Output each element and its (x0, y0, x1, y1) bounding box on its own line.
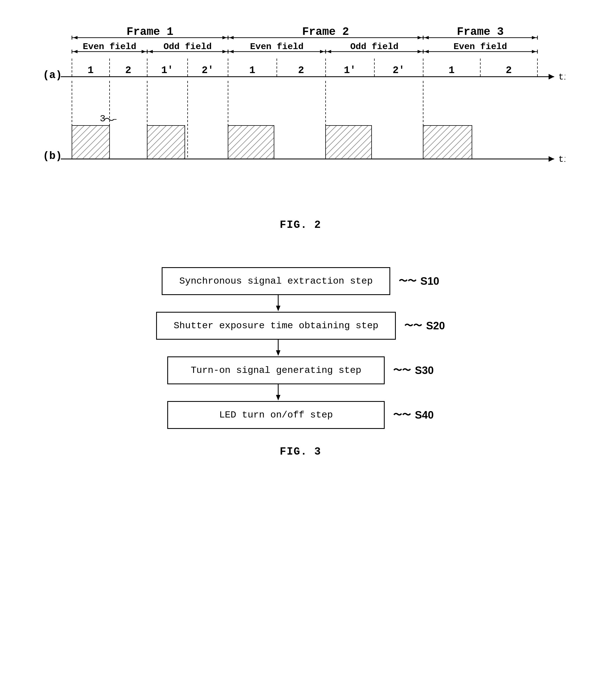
squiggle-s40: 〜〜 (393, 409, 411, 421)
flow-row-s20: Shutter exposure time obtaining step 〜〜 … (156, 312, 445, 340)
flow-row-s30: Turn-on signal generating step 〜〜 S30 (167, 356, 434, 384)
flowchart: Synchronous signal extraction step 〜〜 S1… (156, 267, 445, 429)
svg-marker-8 (229, 36, 234, 39)
svg-marker-23 (149, 50, 153, 53)
frame1-label: Frame 1 (127, 26, 174, 38)
svg-marker-29 (320, 50, 324, 53)
flow-row-s40: LED turn on/off step 〜〜 S40 (167, 401, 434, 429)
svg-marker-13 (424, 36, 429, 39)
frame3-label: Frame 3 (457, 26, 504, 38)
slot1-3: 1 (448, 65, 455, 76)
step-s20-box: Shutter exposure time obtaining step (156, 312, 396, 340)
svg-rect-59 (325, 125, 372, 159)
step-s10-label: 〜〜 S10 (399, 275, 439, 287)
frame2-label: Frame 2 (302, 26, 349, 38)
fig3-container: Synchronous signal extraction step 〜〜 S1… (105, 256, 496, 458)
svg-marker-33 (327, 50, 331, 53)
squiggle-s30: 〜〜 (393, 364, 411, 376)
evenfield1-label: Even field (83, 42, 136, 52)
oddfield2-label: Odd field (350, 42, 399, 52)
slot1prime-2: 1' (344, 65, 356, 76)
step-s40-box: LED turn on/off step (167, 401, 385, 429)
svg-marker-39 (532, 50, 536, 53)
arrow-s20-s30 (272, 340, 284, 356)
step-s30-text: Turn-on signal generating step (191, 365, 361, 376)
step-s10-id: S10 (420, 275, 439, 287)
svg-marker-72 (276, 350, 281, 356)
svg-marker-18 (73, 50, 78, 53)
step-s40-label: 〜〜 S40 (393, 409, 434, 421)
row-a-label: (a) (43, 69, 62, 81)
svg-marker-19 (141, 50, 146, 53)
row-b-label: (b) (43, 150, 62, 162)
step-s30-label: 〜〜 S30 (393, 364, 434, 376)
fig2-container: Frame 1 Frame 2 Frame 3 Even field (36, 22, 565, 234)
flow-row-s10: Synchronous signal extraction step 〜〜 S1… (162, 267, 439, 295)
evenfield2-label: Even field (250, 42, 304, 52)
fig2-title: FIG. 2 (36, 219, 565, 231)
oddfield1-label: Odd field (164, 42, 212, 52)
svg-marker-9 (418, 36, 422, 39)
svg-marker-74 (276, 395, 281, 400)
time-label-b: time (558, 154, 565, 165)
squiggle-s20: 〜〜 (404, 320, 422, 332)
step-s10-text: Synchronous signal extraction step (179, 276, 373, 286)
squiggle-s10: 〜〜 (399, 275, 416, 287)
slot2-2: 2 (298, 65, 304, 76)
arrow-s30-s40 (272, 384, 284, 401)
svg-marker-34 (418, 50, 422, 53)
slot2prime-2: 2' (392, 65, 404, 76)
evenfield3-label: Even field (453, 42, 507, 52)
slot2: 2 (125, 65, 131, 76)
slot2prime: 2' (202, 65, 213, 76)
svg-marker-24 (223, 50, 227, 53)
slot2-3: 2 (506, 65, 512, 76)
svg-marker-4 (223, 36, 227, 39)
svg-marker-14 (532, 36, 536, 39)
step-s20-id: S20 (426, 320, 445, 332)
timing-diagram-svg: Frame 1 Frame 2 Frame 3 Even field (36, 22, 565, 218)
svg-marker-70 (276, 306, 281, 311)
svg-marker-38 (424, 50, 429, 53)
time-label-a: time (558, 72, 565, 82)
svg-marker-3 (73, 36, 78, 39)
svg-rect-57 (147, 125, 185, 159)
slot1: 1 (87, 65, 94, 76)
step-s30-id: S30 (415, 365, 434, 376)
svg-rect-58 (228, 125, 274, 159)
svg-marker-28 (229, 50, 234, 53)
slot1-2: 1 (249, 65, 255, 76)
svg-rect-60 (423, 125, 472, 159)
page: Frame 1 Frame 2 Frame 3 Even field (0, 0, 601, 700)
svg-marker-41 (549, 74, 554, 79)
step-s20-label: 〜〜 S20 (404, 320, 445, 332)
step-s40-text: LED turn on/off step (219, 410, 333, 420)
step-s30-box: Turn-on signal generating step (167, 356, 385, 384)
slot1prime: 1' (161, 65, 173, 76)
svg-rect-56 (72, 125, 109, 159)
step-s20-text: Shutter exposure time obtaining step (174, 320, 378, 331)
arrow-s10-s20 (272, 295, 284, 312)
fig3-title: FIG. 3 (280, 446, 321, 458)
svg-marker-55 (549, 156, 554, 162)
step-s10-box: Synchronous signal extraction step (162, 267, 390, 295)
label-3: 3 (100, 114, 105, 124)
step-s40-id: S40 (415, 409, 434, 421)
